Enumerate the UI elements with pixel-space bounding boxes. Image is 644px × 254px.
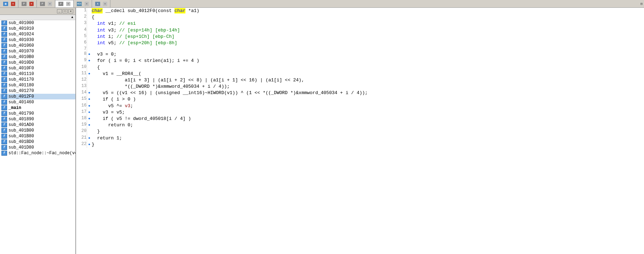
function-name: _main bbox=[8, 105, 21, 110]
breakpoint-dot[interactable]: ● bbox=[87, 135, 92, 142]
function-item[interactable]: fsub_401BD0 bbox=[0, 139, 75, 145]
line-number: 20 bbox=[76, 128, 87, 135]
pseudo-icon-a: P bbox=[58, 2, 63, 6]
function-item[interactable]: fsub_401180 bbox=[0, 82, 75, 88]
function-item[interactable]: fsub_401030 bbox=[0, 37, 75, 43]
tab-close-structures[interactable]: ✕ bbox=[103, 2, 107, 6]
tab-hex-view-1[interactable]: HEX ✕ bbox=[74, 0, 92, 7]
functions-list[interactable]: fsub_401000fsub_401010fsub_401024fsub_40… bbox=[0, 20, 75, 254]
breakpoint-dot[interactable] bbox=[87, 83, 92, 90]
function-icon: f bbox=[1, 111, 7, 116]
breakpoint-dot[interactable]: ● bbox=[87, 122, 92, 128]
code-content: { bbox=[92, 64, 644, 71]
tab-close-hex-view-1[interactable]: ✕ bbox=[85, 2, 89, 6]
breakpoint-dot[interactable] bbox=[87, 34, 92, 40]
code-content: for ( i = 0; i < strlen(a1); i += 4 ) bbox=[92, 58, 644, 64]
function-name: sub_401B00 bbox=[8, 128, 34, 133]
table-row: 19● return 0; bbox=[76, 122, 644, 128]
function-item[interactable]: fsub_401060 bbox=[0, 43, 75, 48]
breakpoint-dot[interactable]: ● bbox=[87, 116, 92, 122]
function-name: sub_401AD0 bbox=[8, 122, 34, 127]
code-content bbox=[92, 46, 644, 51]
function-name: sub_401D80 bbox=[8, 145, 34, 150]
tab-close-pseudocode-c[interactable]: ✕ bbox=[29, 2, 34, 6]
tab-close-ida-view-a[interactable]: ✕ bbox=[11, 2, 15, 6]
breakpoint-dot[interactable] bbox=[87, 8, 92, 14]
tab-close-pseudocode-b[interactable]: ✕ bbox=[48, 2, 52, 6]
code-content: int v5; // [esp+20h] [ebp-8h] bbox=[92, 40, 644, 46]
table-row: 10 { bbox=[76, 64, 644, 71]
breakpoint-dot[interactable]: ● bbox=[87, 58, 92, 64]
breakpoint-dot[interactable] bbox=[87, 14, 92, 21]
breakpoint-dot[interactable] bbox=[87, 27, 92, 34]
tab-close-pseudocode-a[interactable]: ✕ bbox=[66, 2, 70, 6]
functions-panel: _ □ ✕ ▲ fsub_401000fsub_401010fsub_40102… bbox=[0, 8, 76, 254]
breakpoint-dot[interactable]: ● bbox=[87, 109, 92, 116]
breakpoint-dot[interactable]: ● bbox=[87, 103, 92, 109]
code-content: char __cdecl sub_4012F0(const char *a1) bbox=[92, 8, 644, 14]
tab-pseudocode-b[interactable]: P ✕ bbox=[37, 0, 55, 7]
function-name: sub_401030 bbox=[8, 37, 34, 42]
function-icon: f bbox=[1, 88, 7, 93]
function-name: sub_401890 bbox=[8, 117, 34, 122]
function-item[interactable]: fsub_4010F0 bbox=[0, 65, 75, 71]
function-item[interactable]: fsub_4010D0 bbox=[0, 60, 75, 65]
function-icon: f bbox=[1, 54, 7, 59]
function-item[interactable]: fsub_401AD0 bbox=[0, 122, 75, 128]
function-item[interactable]: fsub_4012F0 bbox=[0, 94, 75, 99]
code-content: int v3; // [esp+14h] [ebp-14h] bbox=[92, 27, 644, 34]
function-icon: f bbox=[1, 94, 7, 99]
function-item[interactable]: fsub_401010 bbox=[0, 26, 75, 31]
function-icon: f bbox=[1, 145, 7, 150]
line-number: 22 bbox=[76, 142, 87, 148]
function-item[interactable]: fsub_401D80 bbox=[0, 145, 75, 150]
breakpoint-dot[interactable] bbox=[87, 40, 92, 46]
tab-pseudocode-c[interactable]: P ✕ bbox=[18, 0, 37, 7]
breakpoint-dot[interactable] bbox=[87, 46, 92, 51]
line-number: 12 bbox=[76, 77, 87, 83]
breakpoint-dot[interactable]: ● bbox=[87, 96, 92, 103]
function-item[interactable]: fsub_401B80 bbox=[0, 133, 75, 139]
breakpoint-dot[interactable]: ● bbox=[87, 71, 92, 77]
function-item[interactable]: fsub_401070 bbox=[0, 48, 75, 54]
function-item[interactable]: fsub_401110 bbox=[0, 71, 75, 77]
breakpoint-dot[interactable] bbox=[87, 128, 92, 135]
tab-pseudocode-a[interactable]: P ✕ bbox=[55, 0, 74, 7]
function-name: sub_401790 bbox=[8, 111, 34, 116]
maximize-button[interactable]: □ bbox=[63, 9, 68, 13]
code-table: 1char __cdecl sub_4012F0(const char *a1)… bbox=[76, 8, 644, 148]
function-name: sub_4012F0 bbox=[8, 94, 34, 99]
function-item[interactable]: fsub_401170 bbox=[0, 77, 75, 82]
function-icon: f bbox=[1, 122, 7, 127]
function-item[interactable]: fsub_401270 bbox=[0, 88, 75, 94]
breakpoint-dot[interactable] bbox=[87, 21, 92, 27]
function-icon: f bbox=[1, 100, 7, 105]
table-row: 2{ bbox=[76, 14, 644, 21]
function-item[interactable]: fsub_4010B0 bbox=[0, 54, 75, 60]
breakpoint-dot[interactable] bbox=[87, 77, 92, 83]
minimize-button[interactable]: _ bbox=[57, 9, 62, 13]
breakpoint-dot[interactable] bbox=[87, 64, 92, 71]
breakpoint-dot[interactable]: ● bbox=[87, 90, 92, 96]
function-name: sub_401010 bbox=[8, 26, 34, 31]
tab-structures[interactable]: A ✕ bbox=[92, 0, 110, 7]
tab-options-icon[interactable]: ⊞ bbox=[639, 0, 644, 7]
line-number: 8 bbox=[76, 51, 87, 58]
breakpoint-dot[interactable]: ● bbox=[87, 142, 92, 148]
hex-icon: HEX bbox=[77, 2, 82, 6]
tab-bar: ▦ ✕ P ✕ P ✕ P ✕ HEX ✕ A ✕ ⊞ bbox=[0, 0, 644, 8]
breakpoint-dot[interactable]: ● bbox=[87, 51, 92, 58]
function-item[interactable]: fsub_401790 bbox=[0, 111, 75, 116]
function-item[interactable]: fsub_401460 bbox=[0, 99, 75, 105]
sort-icon[interactable]: ▲ bbox=[71, 16, 73, 19]
line-number: 19 bbox=[76, 122, 87, 128]
code-panel[interactable]: 1char __cdecl sub_4012F0(const char *a1)… bbox=[76, 8, 644, 254]
function-item[interactable]: fstd::Fac_node::~Fac_node(void) bbox=[0, 150, 75, 156]
tab-ida-view-a[interactable]: ▦ ✕ bbox=[0, 0, 18, 7]
function-item[interactable]: f_main bbox=[0, 105, 75, 111]
function-item[interactable]: fsub_401890 bbox=[0, 116, 75, 122]
function-item[interactable]: fsub_401B00 bbox=[0, 128, 75, 133]
close-button[interactable]: ✕ bbox=[68, 9, 73, 13]
function-item[interactable]: fsub_401000 bbox=[0, 20, 75, 26]
function-item[interactable]: fsub_401024 bbox=[0, 31, 75, 37]
